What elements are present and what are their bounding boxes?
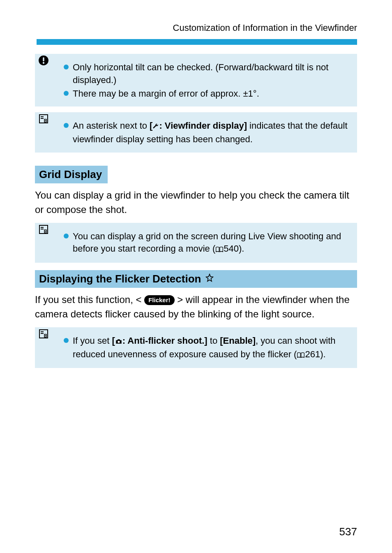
flicker-badge: Flicker! [144, 295, 174, 305]
star-icon [205, 273, 214, 285]
bullet-text: An asterisk next to [: Viewfinder displa… [73, 120, 349, 146]
bullet-dot-icon [64, 234, 69, 238]
header-rule [37, 39, 357, 45]
text-span: to [208, 336, 220, 346]
svg-point-17 [45, 335, 46, 336]
svg-point-12 [45, 231, 46, 232]
camera-icon [115, 336, 122, 348]
svg-point-7 [45, 120, 46, 122]
bullet-item: If you set [: Anti-flicker shoot.] to [E… [64, 335, 349, 362]
bullet-dot-icon [64, 65, 69, 69]
svg-point-2 [43, 62, 44, 64]
section-heading-flicker: Displaying the Flicker Detection [35, 270, 357, 288]
bullet-text: Only horizontal tilt can be checked. (Fo… [73, 61, 349, 87]
text-span: An asterisk next to [73, 120, 150, 131]
text-span: If you set [73, 336, 112, 346]
text-span: [ [112, 336, 115, 346]
page-ref-icon [297, 349, 305, 362]
text-span: [ [150, 120, 152, 131]
bullet-item: An asterisk next to [: Viewfinder displa… [64, 120, 349, 146]
body-paragraph: If you set this function, < Flicker! > w… [35, 293, 357, 322]
note-box: An asterisk next to [: Viewfinder displa… [35, 112, 357, 153]
heading-text: Displaying the Flicker Detection [39, 273, 201, 285]
bullet-text: You can display a grid on the screen dur… [73, 230, 349, 257]
section-heading-grid: Grid Display [35, 166, 108, 183]
svg-point-18 [118, 340, 120, 342]
bullet-item: There may be a margin of error of approx… [64, 88, 349, 100]
bullet-item: Only horizontal tilt can be checked. (Fo… [64, 61, 349, 87]
note-box: If you set [: Anti-flicker shoot.] to [E… [35, 327, 357, 368]
page-ref-icon [215, 243, 224, 256]
bullet-text: If you set [: Anti-flicker shoot.] to [E… [73, 335, 349, 362]
wrench-icon [152, 120, 159, 133]
bullet-dot-icon [64, 123, 69, 128]
text-span: ). [239, 243, 244, 254]
caution-icon [37, 55, 50, 66]
document-page: Customization of Information in the View… [0, 0, 392, 553]
text-span: ). [320, 349, 325, 359]
note-icon [37, 328, 50, 340]
text-span: [Enable] [220, 336, 256, 346]
text-span: : Viewfinder display] [159, 120, 247, 131]
bullet-dot-icon [64, 338, 69, 343]
note-box: You can display a grid on the screen dur… [35, 223, 357, 263]
caution-box: Only horizontal tilt can be checked. (Fo… [35, 54, 357, 106]
text-span: You can display a grid on the screen dur… [73, 231, 341, 254]
bullet-text: There may be a margin of error of approx… [73, 88, 349, 100]
bullet-item: You can display a grid on the screen dur… [64, 230, 349, 257]
page-number: 537 [339, 525, 357, 538]
text-span: If you set this function, < [35, 294, 141, 305]
text-span: : Anti-flicker shoot.] [122, 336, 208, 346]
page-ref: 261 [305, 349, 320, 359]
bullet-dot-icon [64, 91, 69, 96]
note-icon [37, 113, 50, 125]
page-header-title: Customization of Information in the View… [35, 23, 357, 33]
body-paragraph: You can display a grid in the viewfinder… [35, 188, 357, 217]
svg-rect-1 [43, 57, 44, 61]
note-icon [37, 224, 50, 235]
page-ref: 540 [224, 243, 239, 254]
